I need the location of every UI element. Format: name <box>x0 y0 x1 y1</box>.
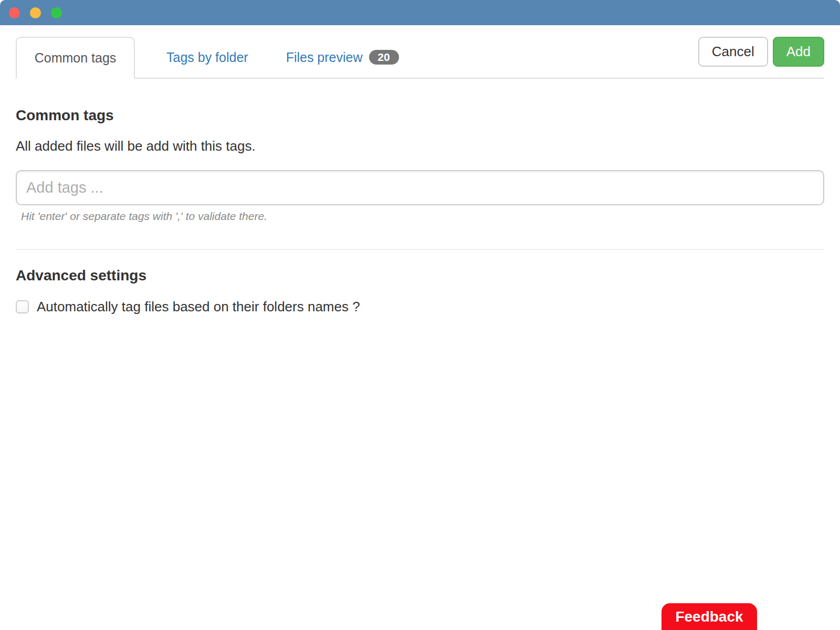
tab-bar: Common tags Tags by folder Files preview… <box>16 37 824 79</box>
files-count-badge: 20 <box>369 50 399 65</box>
auto-tag-checkbox-label[interactable]: Automatically tag files based on their f… <box>37 299 360 315</box>
tab-files-preview[interactable]: Files preview 20 <box>276 37 399 78</box>
tab-common-tags-label: Common tags <box>35 50 117 66</box>
tab-common-tags[interactable]: Common tags <box>16 37 135 79</box>
window-zoom-button[interactable] <box>51 7 62 18</box>
feedback-button[interactable]: Feedback <box>662 603 757 630</box>
action-buttons: Cancel Add <box>698 37 824 67</box>
add-button[interactable]: Add <box>773 37 824 67</box>
section-divider <box>16 249 824 250</box>
tab-tags-by-folder[interactable]: Tags by folder <box>156 37 259 78</box>
auto-tag-checkbox[interactable] <box>16 300 29 313</box>
tags-input[interactable] <box>16 170 824 205</box>
auto-tag-option-row: Automatically tag files based on their f… <box>16 299 824 315</box>
window-titlebar <box>0 0 840 25</box>
tags-input-helper: Hit 'enter' or separate tags with ',' to… <box>21 210 824 223</box>
common-tags-heading: Common tags <box>16 107 824 124</box>
common-tags-description: All added files will be add with this ta… <box>16 138 824 154</box>
tab-files-preview-label: Files preview <box>286 50 363 65</box>
tab-tags-by-folder-label: Tags by folder <box>166 50 248 65</box>
window-close-button[interactable] <box>9 7 20 18</box>
window-minimize-button[interactable] <box>30 7 41 18</box>
main-content: Common tags Tags by folder Files preview… <box>0 37 840 315</box>
advanced-settings-heading: Advanced settings <box>16 267 824 284</box>
cancel-button[interactable]: Cancel <box>698 37 768 67</box>
